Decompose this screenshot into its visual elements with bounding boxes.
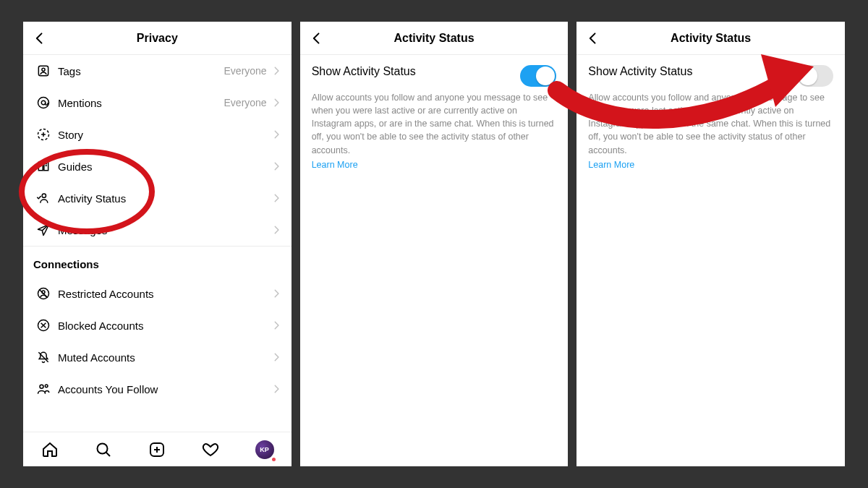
settings-row-blocked[interactable]: Blocked Accounts (23, 309, 292, 341)
svg-point-21 (45, 385, 48, 388)
chevron-right-icon (271, 320, 281, 330)
svg-point-20 (40, 385, 43, 388)
setting-title: Show Activity Status (588, 65, 790, 78)
activity-status-icon (33, 191, 54, 205)
row-label: Accounts You Follow (54, 383, 271, 395)
settings-row-accounts-follow[interactable]: Accounts You Follow (23, 373, 292, 405)
settings-row-mentions[interactable]: Mentions Everyone (23, 87, 292, 119)
tab-profile[interactable]: KP (250, 435, 279, 464)
tab-activity[interactable] (196, 435, 225, 464)
svg-point-22 (98, 443, 108, 453)
plus-square-icon (148, 441, 166, 458)
activity-status-screen-on: Activity Status Show Activity Status All… (300, 22, 569, 466)
row-label: Muted Accounts (54, 351, 271, 364)
muted-icon (33, 350, 54, 364)
heart-icon (202, 441, 219, 458)
profile-avatar: KP (255, 440, 274, 459)
search-icon (95, 441, 112, 458)
learn-more-link[interactable]: Learn More (588, 160, 634, 170)
tab-search[interactable] (89, 435, 118, 464)
svg-point-1 (42, 68, 45, 71)
restricted-icon (33, 286, 54, 301)
row-label: Blocked Accounts (54, 320, 271, 332)
row-label: Messages (54, 224, 271, 236)
settings-row-tags[interactable]: Tags Everyone (23, 55, 292, 87)
toggle-knob-icon (536, 67, 555, 85)
mentions-icon (33, 95, 54, 110)
header-bar: Privacy (23, 22, 292, 55)
chevron-right-icon (271, 161, 281, 171)
chevron-right-icon (271, 98, 281, 108)
setting-title: Show Activity Status (312, 65, 514, 78)
settings-row-messages[interactable]: Messages (23, 214, 292, 246)
settings-row-restricted[interactable]: Restricted Accounts (23, 278, 292, 309)
chevron-right-icon (271, 66, 281, 76)
back-button[interactable] (29, 31, 51, 46)
tags-icon (33, 64, 54, 78)
settings-row-guides[interactable]: Guides (23, 150, 292, 182)
activity-status-toggle[interactable] (520, 65, 556, 87)
header-bar: Activity Status (576, 22, 845, 55)
row-label: Restricted Accounts (54, 288, 271, 300)
back-button[interactable] (582, 31, 604, 46)
activity-status-screen-off: Activity Status Show Activity Status All… (576, 22, 845, 466)
setting-panel: Show Activity Status Allow accounts you … (300, 55, 569, 171)
settings-row-muted[interactable]: Muted Accounts (23, 341, 292, 373)
setting-panel: Show Activity Status Allow accounts you … (576, 55, 845, 171)
svg-point-3 (41, 100, 46, 105)
learn-more-link[interactable]: Learn More (312, 160, 358, 170)
row-label: Tags (54, 65, 224, 77)
setting-description: Allow accounts you follow and anyone you… (588, 91, 833, 157)
guides-icon (33, 159, 54, 174)
chevron-right-icon (271, 384, 281, 394)
blocked-icon (33, 318, 54, 333)
settings-row-activity-status[interactable]: Activity Status (23, 182, 292, 214)
story-icon (33, 127, 54, 142)
header-bar: Activity Status (300, 22, 569, 55)
row-label: Guides (54, 160, 271, 173)
home-icon (41, 441, 59, 458)
page-title: Activity Status (576, 32, 845, 45)
tab-bar: KP (23, 432, 292, 466)
page-title: Activity Status (300, 32, 569, 45)
svg-point-2 (38, 98, 49, 108)
chevron-right-icon (271, 193, 281, 203)
row-label: Mentions (54, 97, 224, 109)
messages-icon (33, 223, 54, 237)
toggle-knob-icon (799, 67, 817, 85)
chevron-left-icon (33, 31, 47, 46)
page-title: Privacy (23, 32, 292, 45)
tab-home[interactable] (35, 435, 64, 464)
row-label: Story (54, 129, 271, 141)
accounts-follow-icon (33, 382, 54, 396)
activity-status-toggle[interactable] (797, 65, 833, 87)
tab-create[interactable] (142, 435, 171, 464)
chevron-right-icon (271, 225, 281, 235)
back-button[interactable] (306, 31, 328, 46)
chevron-right-icon (271, 352, 281, 362)
svg-line-23 (106, 452, 111, 456)
settings-row-story[interactable]: Story (23, 119, 292, 150)
svg-point-11 (42, 194, 46, 197)
settings-list: Tags Everyone Mentions Everyone Story (23, 55, 292, 432)
row-value: Everyone (224, 65, 271, 77)
setting-description: Allow accounts you follow and anyone you… (312, 91, 557, 157)
row-label: Activity Status (54, 192, 271, 205)
notification-dot-icon (272, 458, 276, 461)
chevron-right-icon (271, 288, 281, 299)
section-header-connections: Connections (23, 246, 292, 278)
row-value: Everyone (224, 97, 271, 108)
chevron-left-icon (586, 31, 600, 46)
chevron-left-icon (310, 31, 324, 46)
privacy-screen: Privacy Tags Everyone Mentions Everyone (23, 22, 292, 466)
chevron-right-icon (271, 129, 281, 140)
